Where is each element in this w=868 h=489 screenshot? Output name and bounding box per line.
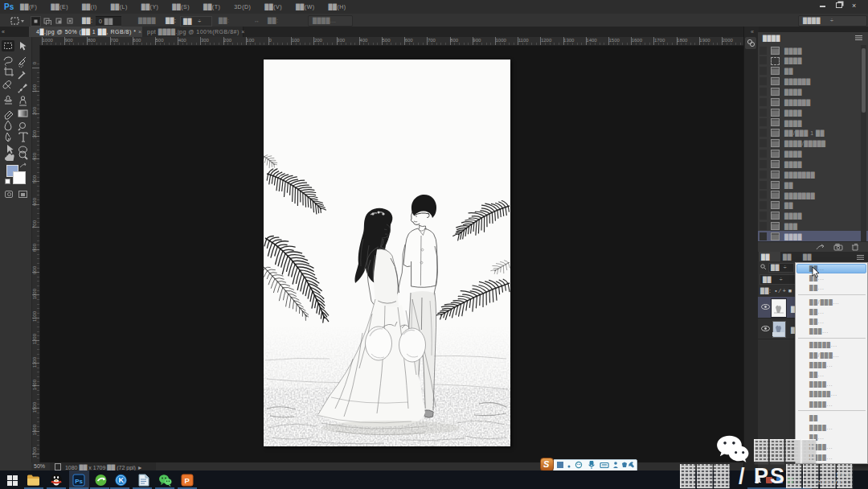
svg-text:K: K xyxy=(119,476,125,484)
svg-text:Ps: Ps xyxy=(75,478,83,485)
svg-text:P: P xyxy=(184,476,190,485)
